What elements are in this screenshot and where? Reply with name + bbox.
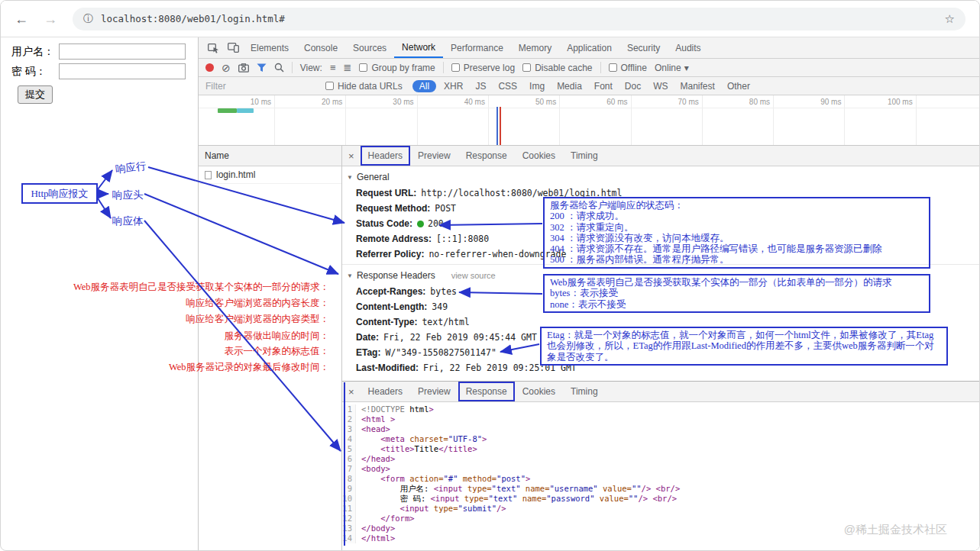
hide-data-urls-checkbox[interactable]: Hide data URLs (325, 81, 403, 92)
timeline-divider (199, 108, 980, 108)
inspect-element-icon[interactable] (203, 37, 223, 58)
devtools-tab-application[interactable]: Application (559, 37, 619, 58)
detail-tab-headers[interactable]: Headers (361, 146, 410, 166)
line-number: 1 (342, 404, 356, 414)
line-number: 9 (342, 484, 356, 494)
code-text: </body> (361, 524, 395, 533)
filter-type-other[interactable]: Other (723, 80, 755, 92)
password-label: 密 码： (11, 65, 59, 79)
header-value: bytes (430, 286, 457, 297)
timeline-gridline (702, 95, 703, 145)
filter-type-js[interactable]: JS (471, 80, 490, 92)
timeline-tick-label: 70 ms (653, 98, 699, 106)
code-text: <meta charset="UTF-8"> (361, 434, 487, 444)
disclosure-triangle-icon: ▼ (347, 174, 353, 181)
devtools-tab-sources[interactable]: Sources (345, 37, 394, 58)
screenshot-capture-icon[interactable] (238, 63, 249, 72)
devtools-tab-audits[interactable]: Audits (668, 37, 708, 58)
close-icon[interactable]: × (342, 146, 361, 166)
annotation-red-note: 响应给客户端浏览器的内容类型： (186, 314, 330, 324)
filter-type-img[interactable]: Img (525, 80, 549, 92)
annotation-line: 500 ：服务器内部错误。通常程序抛异常。 (550, 254, 923, 265)
load-event-marker (500, 107, 501, 145)
throttling-dropdown[interactable]: Online▾ (655, 63, 689, 73)
line-number: 12 (342, 514, 356, 524)
code-line: 9 用户名: <input type="text" name="username… (342, 484, 980, 494)
clear-icon[interactable]: ⊘ (222, 63, 231, 73)
filter-type-xhr[interactable]: XHR (439, 80, 467, 92)
forward-icon[interactable]: → (44, 12, 57, 26)
filter-type-doc[interactable]: Doc (620, 80, 645, 92)
back-icon[interactable]: ← (15, 12, 28, 26)
annotation-line: bytes：表示接受 (550, 288, 923, 298)
name-column-header[interactable]: Name (199, 146, 341, 166)
file-icon (205, 171, 212, 179)
response-tab-response[interactable]: Response (458, 382, 515, 401)
close-icon[interactable]: × (342, 382, 361, 401)
search-icon[interactable] (274, 63, 284, 72)
disable-cache-checkbox[interactable]: Disable cache (522, 63, 592, 73)
view-source-link[interactable]: view source (451, 271, 496, 280)
annotation-line: 服务器给客户端响应的状态码： (550, 200, 923, 211)
network-overview-timeline[interactable]: 10 ms20 ms30 ms40 ms50 ms60 ms70 ms80 ms… (199, 95, 980, 146)
url-text[interactable]: localhost:8080/web01/login.html# (101, 13, 937, 24)
devtools-tab-security[interactable]: Security (619, 37, 668, 58)
timeline-gridline (488, 95, 489, 145)
annotation-red-note: 服务器做出响应的时间： (225, 330, 330, 341)
view-list-icon[interactable]: ≡ (330, 62, 336, 73)
filter-type-manifest[interactable]: Manifest (676, 80, 720, 92)
filter-type-all[interactable]: All (412, 80, 436, 92)
annotation-accept-ranges-box: Web服务器表明自己是否接受获取某个实体的一部分（比如表单的一部分）的请求byt… (543, 274, 930, 313)
section-title-text: Response Headers (357, 270, 435, 281)
filter-type-media[interactable]: Media (552, 80, 587, 92)
dom-content-loaded-marker (496, 107, 498, 145)
header-name: ETag: (356, 347, 380, 358)
request-row[interactable]: login.html (199, 166, 341, 184)
page-info-icon[interactable]: ⓘ (83, 12, 93, 26)
response-tab-headers[interactable]: Headers (361, 382, 410, 401)
group-by-frame-checkbox[interactable]: Group by frame (359, 63, 435, 73)
header-name: Remote Address: (356, 234, 432, 244)
username-input[interactable] (59, 44, 186, 60)
code-line: 1<!DOCTYPE html> (342, 404, 980, 414)
filter-input[interactable] (205, 81, 319, 92)
response-tab-preview[interactable]: Preview (410, 382, 458, 401)
checkbox-icon (325, 82, 334, 90)
devtools-tab-performance[interactable]: Performance (443, 37, 511, 58)
detail-tab-preview[interactable]: Preview (410, 146, 458, 166)
devtools-tab-network[interactable]: Network (394, 37, 443, 58)
detail-tab-response[interactable]: Response (458, 146, 515, 166)
line-number: 4 (342, 434, 356, 444)
detail-tab-timing[interactable]: Timing (563, 146, 606, 166)
devtools-tab-elements[interactable]: Elements (243, 37, 296, 58)
address-bar[interactable]: ⓘ localhost:8080/web01/login.html# ☆ (73, 8, 965, 31)
filter-type-ws[interactable]: WS (648, 80, 672, 92)
response-tab-cookies[interactable]: Cookies (515, 382, 563, 401)
code-line: 5 <title>Title</title> (342, 444, 980, 454)
annotation-etag-box: Etag：就是一个对象的标志值，就一个对象而言，如何一个html文件，如果被修改… (540, 327, 948, 366)
hide-data-urls-label: Hide data URLs (338, 81, 403, 92)
timeline-tick-label: 50 ms (510, 98, 556, 106)
code-text: <!DOCTYPE html> (361, 404, 434, 414)
filter-icon[interactable] (257, 63, 267, 72)
timeline-gridline (631, 95, 632, 145)
password-input[interactable] (59, 63, 186, 79)
annotation-response-head-label: 响应头 (112, 188, 144, 202)
preserve-log-checkbox[interactable]: Preserve log (451, 63, 515, 73)
offline-checkbox[interactable]: Offline (609, 63, 647, 73)
filter-type-font[interactable]: Font (590, 80, 617, 92)
bookmark-star-icon[interactable]: ☆ (945, 12, 955, 26)
filter-type-css[interactable]: CSS (493, 80, 522, 92)
detail-tab-cookies[interactable]: Cookies (515, 146, 563, 166)
record-button[interactable] (205, 63, 214, 72)
general-section-title[interactable]: ▼ General (342, 166, 980, 186)
username-label: 用户名： (11, 45, 59, 59)
device-toolbar-icon[interactable] (223, 37, 243, 58)
devtools-tab-console[interactable]: Console (296, 37, 345, 58)
devtools-tab-memory[interactable]: Memory (511, 37, 559, 58)
annotation-red-note: Web服务器记录的对象最后修改时间： (169, 362, 329, 372)
response-tab-timing[interactable]: Timing (563, 382, 606, 401)
view-overview-icon[interactable]: ≣ (343, 62, 351, 73)
annotation-line: 404 ：请求资源不存在。通常是用户路径编写错误，也可能是服务器资源已删除 (550, 243, 923, 254)
submit-button[interactable]: 提交 (18, 85, 53, 104)
